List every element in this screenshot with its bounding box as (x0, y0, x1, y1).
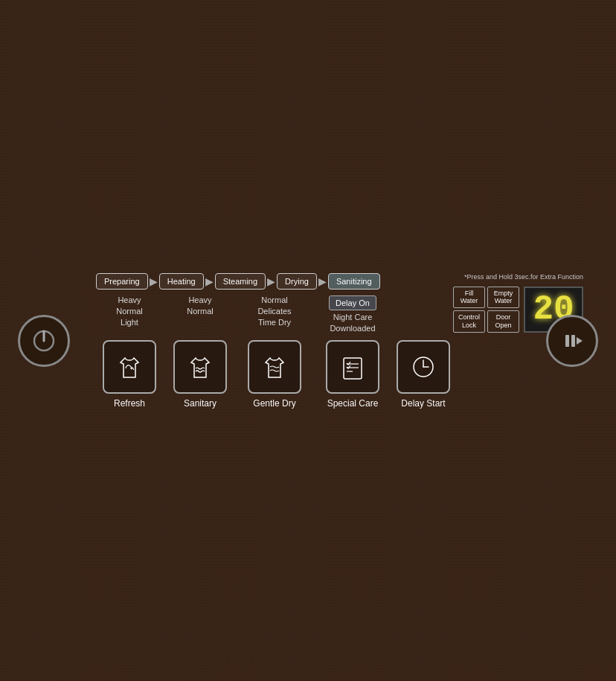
specialcare-downloaded: Downloaded (330, 324, 375, 333)
gentledry-normal: Normal (261, 295, 287, 304)
gentledry-icon (258, 351, 291, 383)
sanitary-button[interactable] (173, 340, 227, 394)
delaystart-label: Delay Start (401, 398, 445, 409)
svg-marker-11 (577, 337, 583, 345)
gentledry-label: Gentle Dry (253, 398, 295, 409)
door-open-button[interactable]: DoorOpen (487, 310, 519, 333)
specialcare-button[interactable] (326, 340, 379, 394)
refresh-icon (113, 351, 146, 383)
small-buttons-grid: FillWater EmptyWater ControlLock DoorOpe… (453, 287, 519, 333)
arrow-sep-3: ▶ (267, 275, 275, 287)
refresh-heavy: Heavy (118, 295, 141, 304)
refresh-button[interactable] (103, 340, 156, 394)
stage-preparing[interactable]: Preparing (96, 273, 148, 290)
refresh-normal: Normal (116, 307, 142, 316)
arrow-sep-1: ▶ (150, 275, 158, 287)
svg-rect-2 (344, 358, 362, 379)
delaystart-icon (407, 351, 440, 383)
sanitary-heavy: Heavy (188, 295, 211, 304)
power-button[interactable] (18, 315, 70, 367)
press-hold-text: *Press and Hold 3sec.for Extra Function (464, 273, 583, 281)
main-controls: Preparing ▶ Heating ▶ Steaming ▶ Drying … (96, 273, 520, 409)
playpause-button[interactable] (546, 315, 598, 367)
svg-rect-9 (565, 335, 569, 347)
playpause-icon (559, 327, 585, 354)
refresh-label: Refresh (114, 398, 145, 409)
power-icon (31, 327, 57, 354)
sanitary-label: Sanitary (184, 398, 216, 409)
arrow-sep-4: ▶ (318, 275, 327, 287)
specialcare-nightcare: Night Care (333, 313, 373, 322)
stage-heating[interactable]: Heating (159, 273, 204, 290)
control-panel: Preparing ▶ Heating ▶ Steaming ▶ Drying … (18, 222, 598, 460)
specialcare-icon (336, 351, 369, 383)
gentledry-timedry: Time Dry (258, 318, 291, 327)
control-lock-button[interactable]: ControlLock (453, 310, 485, 333)
gentledry-delicates: Delicates (257, 307, 291, 316)
delay-on-badge: Delay On (329, 295, 376, 310)
gentledry-button[interactable] (248, 340, 301, 394)
sanitary-icon (184, 351, 216, 383)
empty-water-button[interactable]: EmptyWater (487, 287, 519, 309)
specialcare-label: Special Care (327, 398, 379, 409)
stage-sanitizing[interactable]: Sanitizing (328, 273, 380, 290)
sanitary-normal: Normal (187, 307, 213, 316)
arrow-sep-2: ▶ (205, 275, 214, 287)
delaystart-button[interactable] (397, 340, 450, 394)
stages-row: Preparing ▶ Heating ▶ Steaming ▶ Drying … (96, 273, 453, 290)
refresh-light: Light (121, 318, 138, 327)
fill-water-button[interactable]: FillWater (453, 287, 485, 309)
stage-steaming[interactable]: Steaming (215, 273, 266, 290)
svg-rect-10 (571, 335, 575, 347)
stage-drying[interactable]: Drying (277, 273, 317, 290)
